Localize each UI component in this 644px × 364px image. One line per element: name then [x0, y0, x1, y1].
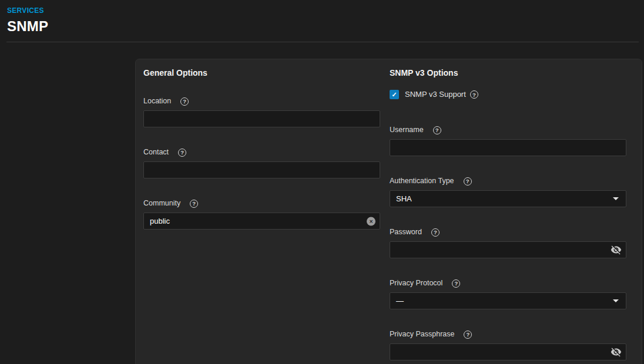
privacy-protocol-help-icon[interactable]: ?: [452, 279, 460, 288]
password-visibility-off-icon[interactable]: [610, 244, 622, 256]
password-input-wrap: [390, 241, 626, 258]
privacy-protocol-label-row: Privacy Protocol ?: [390, 279, 626, 288]
main-content: General Options Location ? Contact ?: [0, 42, 644, 364]
page-header: SERVICES SNMP: [0, 0, 644, 35]
username-field: Username ?: [390, 126, 626, 156]
snmp-v3-support-label: SNMP v3 Support: [405, 90, 466, 99]
community-help-icon[interactable]: ?: [190, 200, 198, 208]
community-clear-icon[interactable]: ✕: [367, 217, 375, 225]
general-options-title: General Options: [143, 68, 380, 77]
privacy-passphrase-visibility-off-icon[interactable]: [610, 346, 622, 358]
privacy-passphrase-input-wrap: [390, 343, 626, 360]
privacy-protocol-select[interactable]: —: [390, 292, 626, 309]
password-field: Password ?: [390, 228, 626, 258]
contact-label: Contact: [143, 148, 169, 157]
chevron-down-icon: [613, 197, 619, 200]
password-label-row: Password ?: [390, 228, 626, 237]
community-label: Community: [143, 199, 180, 208]
community-input[interactable]: [143, 213, 380, 230]
snmp-v3-options-section: SNMP v3 Options ✓ SNMP v3 Support ? User…: [390, 68, 626, 364]
location-help-icon[interactable]: ?: [180, 97, 189, 106]
username-label-row: Username ?: [390, 126, 626, 134]
page-title: SNMP: [7, 18, 644, 35]
authentication-type-help-icon[interactable]: ?: [464, 177, 472, 186]
authentication-type-value: SHA: [396, 194, 613, 203]
privacy-passphrase-label-row: Privacy Passphrase ?: [390, 330, 626, 339]
authentication-type-select[interactable]: SHA: [390, 190, 626, 207]
privacy-passphrase-input[interactable]: [390, 343, 626, 360]
contact-input-wrap: [143, 161, 380, 178]
username-input[interactable]: [390, 139, 626, 156]
password-help-icon[interactable]: ?: [431, 228, 440, 237]
general-options-section: General Options Location ? Contact ?: [143, 68, 380, 364]
authentication-type-field: Authentication Type ? SHA: [390, 177, 626, 207]
privacy-protocol-value: —: [396, 296, 613, 305]
contact-field: Contact ?: [143, 148, 380, 178]
privacy-protocol-field: Privacy Protocol ? —: [390, 279, 626, 309]
privacy-passphrase-label: Privacy Passphrase: [390, 330, 454, 339]
chevron-down-icon: [613, 299, 619, 302]
location-label-row: Location ?: [143, 97, 380, 106]
contact-input[interactable]: [143, 161, 380, 178]
username-help-icon[interactable]: ?: [433, 126, 441, 134]
username-input-wrap: [390, 139, 626, 156]
snmp-v3-support-help-icon[interactable]: ?: [470, 90, 478, 99]
contact-label-row: Contact ?: [143, 148, 380, 157]
password-input[interactable]: [390, 241, 626, 258]
authentication-type-label-row: Authentication Type ?: [390, 177, 626, 186]
privacy-protocol-label: Privacy Protocol: [390, 279, 442, 288]
location-input-wrap: [143, 110, 380, 127]
community-input-wrap: ✕: [143, 213, 380, 230]
community-field: Community ? ✕: [143, 199, 380, 230]
location-label: Location: [143, 97, 171, 106]
breadcrumb-services[interactable]: SERVICES: [7, 7, 44, 15]
snmp-config-card: General Options Location ? Contact ?: [135, 59, 642, 364]
snmp-v3-support-checkbox[interactable]: ✓: [390, 90, 399, 99]
authentication-type-label: Authentication Type: [390, 177, 454, 186]
password-label: Password: [390, 228, 422, 237]
privacy-passphrase-help-icon[interactable]: ?: [464, 331, 472, 339]
snmp-v3-support-row: ✓ SNMP v3 Support ?: [390, 90, 626, 99]
privacy-passphrase-field: Privacy Passphrase ?: [390, 330, 626, 360]
contact-help-icon[interactable]: ?: [178, 149, 186, 157]
location-input[interactable]: [143, 110, 380, 127]
location-field: Location ?: [143, 97, 380, 127]
community-label-row: Community ?: [143, 199, 380, 208]
snmp-v3-options-title: SNMP v3 Options: [390, 68, 626, 77]
username-label: Username: [390, 126, 424, 134]
